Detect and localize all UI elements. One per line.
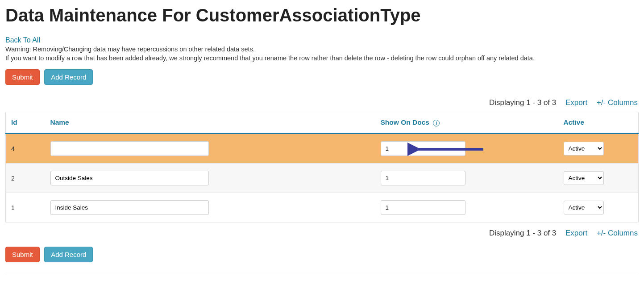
col-header-name[interactable]: Name [45, 112, 375, 134]
pager-display-text: Displaying 1 - 3 of 3 [489, 229, 556, 237]
data-table: Id Name Show On Docs i Active 4Active2Ac… [5, 112, 639, 223]
active-select[interactable]: Active [564, 201, 604, 214]
warning-line-1: Warning: Removing/Changing data may have… [5, 45, 639, 53]
active-select[interactable]: Active [564, 142, 604, 156]
bottom-button-row: Submit Add Record [5, 247, 639, 262]
col-header-show-on-docs[interactable]: Show On Docs i [375, 112, 558, 134]
show-on-docs-input[interactable] [381, 200, 465, 215]
bottom-pager-row: Displaying 1 - 3 of 3 Export +/- Columns [5, 223, 639, 242]
cell-id: 2 [6, 164, 45, 193]
info-icon[interactable]: i [433, 120, 440, 126]
active-select[interactable]: Active [564, 171, 604, 185]
columns-toggle-link[interactable]: +/- Columns [597, 98, 638, 107]
add-record-button[interactable]: Add Record [44, 247, 93, 262]
top-button-row: Submit Add Record [5, 69, 639, 85]
cell-show-on-docs [375, 134, 558, 164]
cell-id: 4 [6, 134, 45, 164]
submit-button[interactable]: Submit [5, 69, 40, 85]
col-header-id[interactable]: Id [6, 112, 45, 134]
cell-name [45, 164, 375, 193]
cell-active: Active [558, 164, 639, 193]
page-title: Data Maintenance For CustomerAssociation… [5, 5, 639, 25]
cell-name [45, 134, 375, 164]
cell-id: 1 [6, 193, 45, 223]
cell-show-on-docs [375, 164, 558, 193]
show-on-docs-input[interactable] [381, 171, 465, 185]
add-record-button[interactable]: Add Record [44, 69, 93, 85]
footer-separator [5, 275, 639, 275]
top-pager-row: Displaying 1 - 3 of 3 Export +/- Columns [5, 96, 639, 112]
warning-line-2: If you want to modify a row that has bee… [5, 54, 639, 62]
table-row: 1Active [6, 193, 639, 223]
cell-active: Active [558, 134, 639, 164]
export-link[interactable]: Export [565, 98, 587, 107]
back-to-all-link[interactable]: Back To All [5, 36, 40, 44]
export-link[interactable]: Export [565, 229, 587, 237]
table-row: 4Active [6, 134, 639, 164]
col-header-active[interactable]: Active [558, 112, 639, 134]
cell-show-on-docs [375, 193, 558, 223]
name-input[interactable] [50, 141, 209, 156]
cell-active: Active [558, 193, 639, 223]
pager-display-text: Displaying 1 - 3 of 3 [489, 98, 556, 107]
name-input[interactable] [50, 200, 209, 215]
col-header-show-label: Show On Docs [381, 118, 429, 126]
table-row: 2Active [6, 164, 639, 193]
submit-button[interactable]: Submit [5, 247, 40, 262]
name-input[interactable] [50, 171, 209, 185]
columns-toggle-link[interactable]: +/- Columns [597, 229, 638, 237]
show-on-docs-input[interactable] [381, 141, 465, 156]
cell-name [45, 193, 375, 223]
